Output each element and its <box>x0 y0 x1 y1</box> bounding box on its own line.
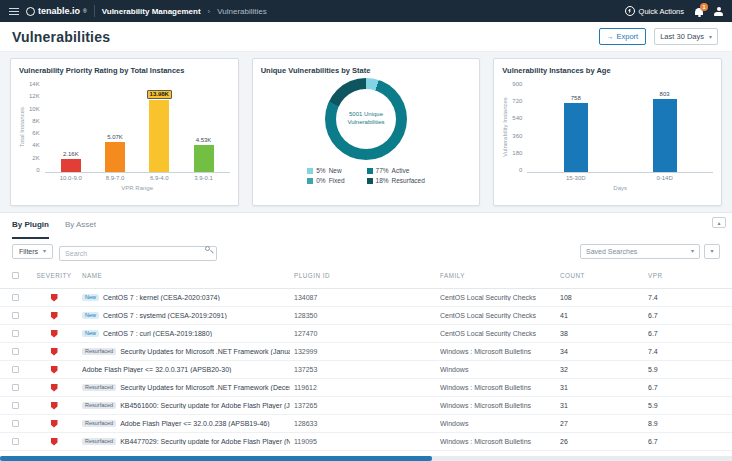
column-header-family[interactable]: FAMILY <box>436 272 556 279</box>
legend-pct: 0% <box>316 177 325 184</box>
y-tick: 180 <box>512 150 522 156</box>
notification-badge: 1 <box>700 3 708 11</box>
state-badge: Resurfaced <box>82 438 116 446</box>
y-axis-ticks: 900 720 540 360 180 0 <box>510 81 525 173</box>
bar-group: 4.53K <box>186 81 222 172</box>
table-row[interactable]: NewCentOS 7 : curl (CESA-2019:1880) 1274… <box>0 325 732 343</box>
row-checkbox[interactable] <box>12 384 19 391</box>
x-axis-label: Days <box>527 185 713 191</box>
table-row[interactable]: ResurfacedSecurity Updates for Microsoft… <box>0 379 732 397</box>
horizontal-scrollbar-track[interactable] <box>0 456 732 461</box>
row-checkbox[interactable] <box>12 402 19 409</box>
column-header-name[interactable]: NAME <box>78 272 290 279</box>
bar-high[interactable] <box>105 142 125 172</box>
plugin-name[interactable]: Adobe Flash Player <= 32.0.0.371 (APSB20… <box>82 366 231 373</box>
legend-item-active[interactable]: 77% Active <box>367 167 425 174</box>
bar-medium[interactable] <box>149 100 169 172</box>
table-header: SEVERITY NAME PLUGIN ID FAMILY COUNT VPR <box>0 263 732 289</box>
breadcrumb-current[interactable]: Vulnerabilities <box>217 7 267 16</box>
filters-button[interactable]: Filters <box>12 244 53 259</box>
legend-item-resurfaced[interactable]: 18% Resurfaced <box>367 177 425 184</box>
plugin-name[interactable]: KB4561600: Security update for Adobe Fla… <box>120 402 290 409</box>
legend-item-new[interactable]: 5% New <box>307 167 344 174</box>
breadcrumb-separator: › <box>208 7 211 16</box>
date-range-value: Last 30 Days <box>660 32 704 41</box>
y-axis-label: Total Instances <box>19 81 25 173</box>
plugin-family: CentOS Local Security Checks <box>436 294 556 301</box>
plugin-id: 119612 <box>290 384 436 391</box>
legend-swatch <box>367 178 373 184</box>
select-all-checkbox[interactable] <box>12 272 19 279</box>
table-row[interactable]: ResurfacedKB4561600: Security update for… <box>0 397 732 415</box>
bar-value-label-highlighted: 13.98K <box>147 90 172 99</box>
user-icon[interactable] <box>714 7 723 16</box>
plugin-name[interactable]: KB4477029: Security update for Adobe Fla… <box>120 438 290 445</box>
table-row[interactable]: NewCentOS 7 : systemd (CESA-2019:2091) 1… <box>0 307 732 325</box>
column-header-count[interactable]: COUNT <box>556 272 644 279</box>
notifications-button[interactable]: 1 <box>695 8 703 15</box>
export-icon <box>607 33 614 40</box>
row-checkbox[interactable] <box>12 330 19 337</box>
x-axis-ticks: 10.0-9.0 8.9-7.0 6.9-4.0 3.9-0.1 <box>45 173 230 181</box>
plugin-family: Windows <box>436 420 556 427</box>
date-range-select[interactable]: Last 30 Days <box>654 28 718 45</box>
card-title: Vulnerability Priority Rating by Total I… <box>19 66 230 75</box>
count-value: 34 <box>556 348 644 355</box>
column-header-vpr[interactable]: VPR <box>644 272 732 279</box>
plugin-name[interactable]: CentOS 7 : systemd (CESA-2019:2091) <box>103 312 227 319</box>
horizontal-scrollbar-thumb[interactable] <box>0 456 432 461</box>
plugin-id: 127470 <box>290 330 436 337</box>
plugin-name[interactable]: Security Updates for Microsoft .NET Fram… <box>120 348 290 355</box>
tab-by-asset[interactable]: By Asset <box>65 220 96 239</box>
x-tick: 0-14D <box>647 175 683 181</box>
plugin-name[interactable]: CentOS 7 : curl (CESA-2019:1880) <box>103 330 212 337</box>
card-title: Vulnerability Instances by Age <box>502 66 713 75</box>
tenable-logo[interactable]: tenable.io ® <box>26 6 87 16</box>
saved-searches-select[interactable]: Saved Searches <box>580 244 700 259</box>
plugin-name[interactable]: Adobe Flash Player <= 32.0.0.238 (APSB19… <box>120 420 269 427</box>
donut-chart[interactable]: 5001 Unique Vulnerabilities <box>325 78 407 160</box>
column-header-plugin-id[interactable]: PLUGIN ID <box>290 272 436 279</box>
plugin-id: 119095 <box>290 438 436 445</box>
plugin-id: 134087 <box>290 294 436 301</box>
export-button[interactable]: Export <box>599 28 647 45</box>
table-row[interactable]: Adobe Flash Player <= 32.0.0.371 (APSB20… <box>0 361 732 379</box>
severity-critical-icon <box>51 438 58 446</box>
y-tick: 12K <box>29 93 40 99</box>
vpr-value: 8.9 <box>644 420 732 427</box>
tab-by-plugin[interactable]: By Plugin <box>12 220 49 239</box>
collapse-panel-button[interactable] <box>712 217 726 228</box>
severity-critical-icon <box>51 294 58 302</box>
bar-critical[interactable] <box>61 159 81 172</box>
bar-low[interactable] <box>194 145 214 172</box>
table-row[interactable]: ResurfacedSecurity Updates for Microsoft… <box>0 343 732 361</box>
bar-15-30d[interactable] <box>564 103 588 172</box>
row-checkbox[interactable] <box>12 348 19 355</box>
y-axis-ticks: 14K 12K 10K 8K 6K 4K 2K 0 <box>27 81 43 173</box>
menu-icon[interactable] <box>9 8 19 15</box>
row-checkbox[interactable] <box>12 312 19 319</box>
row-checkbox[interactable] <box>12 366 19 373</box>
row-checkbox[interactable] <box>12 438 19 445</box>
search-input[interactable] <box>59 246 217 261</box>
bar-0-14d[interactable] <box>653 99 677 172</box>
plugin-name[interactable]: Security Updates for Microsoft .NET Fram… <box>120 384 290 391</box>
legend-item-fixed[interactable]: 0% Fixed <box>307 177 344 184</box>
y-tick: 4K <box>32 142 39 148</box>
table-row[interactable]: ResurfacedAdobe Flash Player <= 32.0.0.2… <box>0 415 732 433</box>
tenable-logo-icon <box>26 7 35 16</box>
saved-searches-expand-button[interactable] <box>704 244 720 259</box>
plugin-id: 137265 <box>290 402 436 409</box>
row-checkbox[interactable] <box>12 420 19 427</box>
quick-actions-button[interactable]: Quick Actions <box>625 6 684 16</box>
row-checkbox[interactable] <box>12 294 19 301</box>
bar-group: 2.16K <box>53 81 89 172</box>
column-header-severity[interactable]: SEVERITY <box>30 272 78 279</box>
table-body: NewCentOS 7 : kernel (CESA-2020:0374) 13… <box>0 289 732 461</box>
table-row[interactable]: NewCentOS 7 : kernel (CESA-2020:0374) 13… <box>0 289 732 307</box>
nav-section-title[interactable]: Vulnerability Management <box>102 7 201 16</box>
search-box <box>59 242 217 261</box>
plugin-name[interactable]: CentOS 7 : kernel (CESA-2020:0374) <box>103 294 220 301</box>
legend-label: Resurfaced <box>392 177 425 184</box>
table-row[interactable]: ResurfacedKB4477029: Security update for… <box>0 433 732 451</box>
